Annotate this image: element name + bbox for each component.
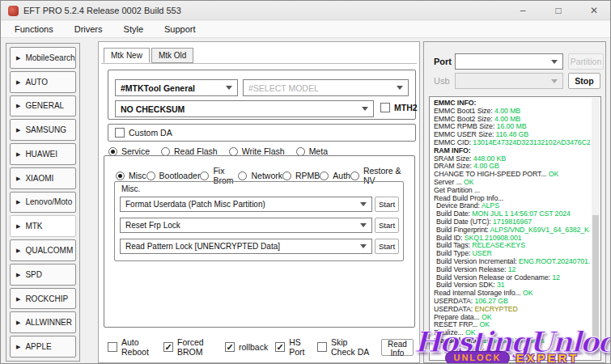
radio-icon <box>282 171 291 180</box>
log-value: 31 <box>495 281 505 289</box>
checkbox-mth2[interactable]: MTH2 <box>380 103 418 112</box>
sidebar-item-mtk[interactable]: ▶MTK <box>10 215 76 237</box>
sidebar-item-xiaomi[interactable]: ▶XIAOMI <box>10 167 76 189</box>
tab-mtk-old[interactable]: Mtk Old <box>151 48 193 63</box>
log-line: Build Date (UTC): 1719816967 <box>434 218 590 226</box>
model-select-combo[interactable]: #SELECT MODEL <box>243 79 409 96</box>
sidebar-item-label: QUALCOMM <box>25 246 73 255</box>
checkbox-label: HS Port <box>289 337 310 357</box>
sidebar-item-general[interactable]: ▶GENERAL <box>10 95 76 117</box>
sidebar-item-allwinner[interactable]: ▶ALLWINNER <box>10 311 76 333</box>
log-lines: EMMC INFO:EMMC Boot1 Size: 4.00 MBEMMC B… <box>434 99 590 345</box>
chevron-down-icon <box>360 223 367 227</box>
log-line: Elapsed Time: 15 secs, 128 msecs <box>434 337 590 345</box>
sidebar-item-qualcomm[interactable]: ▶QUALCOMM <box>10 239 76 261</box>
sidebar-item-label: Lenovo/Moto <box>25 197 72 206</box>
close-icon[interactable]: ✕ <box>584 1 604 20</box>
chevron-right-icon: ▶ <box>16 199 20 205</box>
misc-option-combo[interactable]: Read Pattern Lock [UNENCRYPTED Data] <box>120 239 372 254</box>
start-button[interactable]: Start <box>375 197 399 212</box>
checkbox-label: Custom DA <box>129 128 172 138</box>
sidebar: ▶MobileSearch▶AUTO▶GENERAL▶SAMSUNG▶HUAWE… <box>6 43 80 362</box>
log-line: Build Version Release: 12 <box>434 266 590 274</box>
checkbox-icon <box>317 342 327 352</box>
stop-button[interactable]: Stop <box>568 73 600 89</box>
log-scrollbar[interactable] <box>592 98 600 359</box>
sidebar-item-auto[interactable]: ▶AUTO <box>10 71 76 93</box>
sidebar-item-samsung[interactable]: ▶SAMSUNG <box>10 119 76 141</box>
sidebar-item-label: APPLE <box>25 342 51 351</box>
maximize-icon[interactable]: □ <box>549 1 568 20</box>
checkbox-auto-reboot[interactable]: Auto Reboot <box>108 337 156 357</box>
sidebar-item-label: ALLWINNER <box>25 318 72 327</box>
port-combo[interactable] <box>455 53 563 70</box>
checkbox-icon <box>108 342 117 352</box>
chevron-right-icon: ▶ <box>16 176 20 181</box>
sidebar-item-huawei[interactable]: ▶HUAWEI <box>10 143 76 165</box>
log-label: SRAM Size: <box>434 155 471 163</box>
checkbox-custom-da[interactable]: Custom DA <box>115 128 172 138</box>
service-radio-label: Bootloader <box>159 171 201 180</box>
log-label: Build Version Incremental: <box>436 258 517 265</box>
misc-option-combo[interactable]: Reset Frp Lock <box>120 218 372 233</box>
menu-item-support[interactable]: Support <box>154 21 206 37</box>
main-panel: Mtk NewMtk Old #MTKTool General #SELECT … <box>98 41 420 363</box>
minimize-icon[interactable]: – <box>513 1 533 20</box>
radio-icon <box>108 147 117 156</box>
log-line: Device Brand: ALPS <box>434 202 590 210</box>
log-label: RAM INFO: <box>434 147 471 154</box>
log-label: Build Version Release: <box>436 266 506 273</box>
checkbox-skip-check-da[interactable]: Skip Check DA <box>317 337 374 357</box>
log-label: Build Date (UTC): <box>436 218 491 226</box>
log-label: Prepare data... <box>434 314 480 321</box>
start-button[interactable]: Start <box>375 218 399 233</box>
log-value: 1719816967 <box>491 218 532 226</box>
log-label: Build Date: <box>436 210 470 218</box>
radio-icon <box>161 147 170 156</box>
app-window: EFT PRO 5.2.4 Release 0002 Build 553 – □… <box>0 0 611 364</box>
log-line: EMMC Boot1 Size: 4.00 MB <box>434 108 590 116</box>
log-value: OK <box>464 329 476 336</box>
misc-option-combo[interactable]: Format Userdata (Patch Misc Partition) <box>120 197 372 212</box>
sidebar-item-rockchip[interactable]: ▶ROCKCHIP <box>10 288 76 310</box>
log-label: USERDATA: <box>434 306 473 313</box>
radio-icon <box>320 171 329 180</box>
log-line: EMMC RPMB Size: 16.00 MB <box>434 123 590 131</box>
log-line: EMMC USER Size: 116.48 GB <box>434 131 590 139</box>
checkbox-hs-port[interactable]: ✓HS Port <box>275 337 310 357</box>
radio-icon <box>116 171 125 180</box>
mtk-tool-combo[interactable]: #MTKTool General <box>115 79 238 96</box>
log-value: 448.00 KB <box>471 155 506 163</box>
log-line: Build Version SDK: 31 <box>434 281 590 290</box>
log-label: Build ID: <box>436 235 462 242</box>
window-title: EFT PRO 5.2.4 Release 0002 Build 553 <box>23 1 181 20</box>
log-value: 13014E47324D323132102AD3476C2A25 <box>471 139 590 146</box>
sidebar-item-spd[interactable]: ▶SPD <box>10 264 76 286</box>
radio-icon <box>350 171 359 180</box>
checkbox-forced-brom[interactable]: ✓Forced BROM <box>163 337 218 357</box>
combo-value: NO CHECKSUM <box>121 104 185 114</box>
sidebar-item-apple[interactable]: ▶APPLE <box>10 336 76 358</box>
log-line: SRAM Size: 448.00 KB <box>434 155 590 163</box>
menu-item-style[interactable]: Style <box>113 21 154 37</box>
menubar: FunctionsDriversStyleSupport <box>1 21 610 38</box>
tab-mtk-new[interactable]: Mtk New <box>104 48 150 63</box>
log-label: Build Fingerprint: <box>436 226 489 234</box>
log-value: SKQ1.210908.001 <box>462 235 521 242</box>
log-line: RESET FRP... OK <box>434 321 590 329</box>
log-label: Read Internal Storage Info... <box>434 290 521 297</box>
read-info-button[interactable]: Read Info <box>381 339 414 356</box>
chevron-right-icon: ▶ <box>16 55 20 61</box>
sidebar-item-lenovo-moto[interactable]: ▶Lenovo/Moto <box>10 192 76 214</box>
chevron-right-icon: ▶ <box>16 344 20 349</box>
checksum-combo[interactable]: NO CHECKSUM <box>115 100 374 117</box>
menu-item-drivers[interactable]: Drivers <box>64 21 113 37</box>
menu-item-functions[interactable]: Functions <box>4 21 64 37</box>
usb-label: Usb <box>434 76 450 86</box>
sidebar-item-mobilesearch[interactable]: ▶MobileSearch <box>10 47 76 69</box>
start-button[interactable]: Start <box>375 239 399 254</box>
log-label: EMMC Boot1 Size: <box>434 108 493 115</box>
checkbox-rollback[interactable]: ✓rollback <box>225 342 268 352</box>
scrollbar-thumb[interactable] <box>592 215 599 341</box>
radio-icon <box>238 171 247 180</box>
